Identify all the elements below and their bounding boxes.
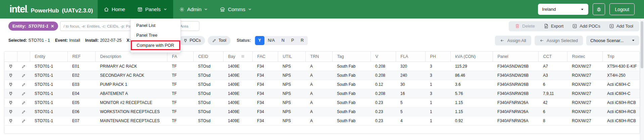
pocs-button[interactable]: POCs [179, 36, 205, 45]
comms-icon [220, 7, 225, 12]
col-header-entity[interactable]: Entity [30, 51, 67, 62]
cell-tag: South Fab [332, 107, 370, 116]
status-option-n[interactable]: N [278, 36, 288, 45]
add-tool-button[interactable]: Add Tool [605, 24, 638, 29]
table-row[interactable]: STO701-1E04ABATEMENT ATFSTOsd1409EF34NPS… [4, 89, 640, 98]
row-poc-action[interactable] [4, 71, 17, 80]
cell-ph: 3 [425, 89, 450, 98]
cell-kva: 0.92 [450, 116, 493, 125]
col-header-icon[interactable] [4, 51, 17, 62]
status-option-p[interactable]: P [288, 36, 297, 45]
row-edit-action[interactable] [17, 98, 30, 107]
bug-report-button[interactable] [593, 3, 605, 15]
cell-kva: 1.15 [450, 98, 493, 107]
table-row[interactable]: STO701-1E02SECONDARY AC RACKTFSTOsd1409E… [4, 71, 640, 80]
entity-filter-chip[interactable]: Entity: STO701-1 ✕ [8, 22, 58, 31]
col-header-util[interactable]: UTIL [278, 51, 305, 62]
tool-button[interactable]: Tool [208, 36, 231, 45]
row-poc-action[interactable] [4, 80, 17, 89]
row-edit-action[interactable] [17, 89, 30, 98]
cell-panel: F340AFNRW26A [493, 107, 538, 116]
cell-fa: TF [167, 116, 193, 125]
col-header-kva-con-[interactable]: kVA (CON) [450, 51, 493, 62]
row-edit-action[interactable] [17, 62, 30, 71]
col-header-ph[interactable]: PH [425, 51, 450, 62]
col-header-trip[interactable]: Trip [602, 51, 640, 62]
assign-all-button[interactable]: Assign All [495, 36, 531, 45]
col-header-roxtec[interactable]: Roxtec [567, 51, 602, 62]
field-label: Event: [55, 38, 68, 43]
close-icon[interactable]: ✕ [51, 24, 54, 29]
region-select-value: Ireland [542, 7, 556, 12]
col-header-tag[interactable]: Tag [332, 51, 370, 62]
col-header-icon[interactable] [17, 51, 30, 62]
col-header-description[interactable]: Description [95, 51, 167, 62]
table-row[interactable]: STO701-1E03PUMP RACK 1TFSTOsd1409EF34NPS… [4, 80, 640, 89]
cell-trip: Acti iC60H-RCB [602, 116, 640, 125]
col-header-cct[interactable]: CCT [538, 51, 567, 62]
export-button[interactable]: Export [539, 24, 568, 29]
grid-action-toolbar: Delete Export Add POCs Add Tool [509, 21, 639, 31]
nav-item-home[interactable]: Home [98, 0, 131, 19]
cell-ref: E06 [67, 107, 95, 116]
cell-description: ABATEMENT A [95, 89, 167, 98]
col-header-fac[interactable]: FAC [252, 51, 278, 62]
cell-trn: A [305, 89, 332, 98]
status-option-r[interactable]: R [297, 36, 307, 45]
pencil-icon [21, 64, 26, 69]
menu-item-compare-with-por[interactable]: Compare with POR [131, 40, 180, 50]
col-header-ref[interactable]: REF [67, 51, 95, 62]
home-icon [104, 7, 109, 12]
cell-util: NPS [278, 98, 305, 107]
menu-item-panel-list[interactable]: Panel List [131, 21, 181, 30]
app-version: (UATv2.3.0) [62, 7, 93, 14]
pencil-icon [21, 101, 26, 105]
row-poc-action[interactable] [4, 62, 17, 71]
plug-icon [8, 73, 13, 78]
region-select[interactable]: Ireland [538, 4, 588, 15]
cell-fa: TF [167, 107, 193, 116]
table-row[interactable]: STO701-1E06WORKSTATION RECEPTACLESTFSTOs… [4, 107, 640, 116]
assign-selected-button[interactable]: Assign Selected [535, 36, 583, 45]
status-option-y[interactable]: Y [255, 36, 264, 45]
nav-item-panels[interactable]: Panels [131, 0, 173, 19]
status-option-n-a[interactable]: N/A [264, 36, 278, 45]
add-pocs-button[interactable]: Add POCs [568, 24, 604, 29]
row-poc-action[interactable] [4, 107, 17, 116]
cell-description: PRIMARY AC RACK [95, 62, 167, 71]
cell-bay: 1409E [223, 89, 252, 98]
cell-ref: E07 [67, 116, 95, 125]
nav-item-comms[interactable]: Comms [214, 0, 258, 19]
scenario-select[interactable]: Choose Scenar... [586, 36, 639, 45]
cell-kva: 115.29 [450, 62, 493, 71]
col-header-bay[interactable]: Bay [223, 51, 252, 62]
col-header-trn[interactable]: TRN [305, 51, 332, 62]
logout-button[interactable]: Logout [609, 3, 635, 15]
row-edit-action[interactable] [17, 71, 30, 80]
cell-trn: A [305, 116, 332, 125]
row-edit-action[interactable] [17, 80, 30, 89]
cell-tag: South Fab [332, 98, 370, 107]
col-header-panel[interactable]: Panel [493, 51, 538, 62]
scrollbar-thumb[interactable] [641, 21, 643, 68]
col-header-fla[interactable]: FLA [396, 51, 425, 62]
cell-cct: 7,9,11 [538, 89, 567, 98]
table-row[interactable]: STO701-1E07MAINTENANCE RECEPTACLESTFSTOs… [4, 116, 640, 125]
chip-label: Entity: [12, 24, 26, 29]
delete-button[interactable]: Delete [510, 24, 539, 29]
row-edit-action[interactable] [17, 107, 30, 116]
nav-item-admin[interactable]: Admin [173, 0, 214, 19]
cell-tag: South Fab [332, 116, 370, 125]
row-edit-action[interactable] [17, 116, 30, 125]
table-row[interactable]: STO701-1E05MONITOR #2 RECEPTACLETFSTOsd1… [4, 98, 640, 107]
col-header-fa[interactable]: FA [167, 51, 193, 62]
table-row[interactable]: STO701-1E01PRIMARY AC RACKTFSTOsd1409EF3… [4, 62, 640, 71]
col-header-v[interactable]: V [370, 51, 396, 62]
row-poc-action[interactable] [4, 98, 17, 107]
row-poc-action[interactable] [4, 89, 17, 98]
col-header-ceid[interactable]: CEID [193, 51, 223, 62]
cell-panel: F340ASNRW26B [493, 89, 538, 98]
row-poc-action[interactable] [4, 116, 17, 125]
cell-util: NPS [278, 89, 305, 98]
menu-item-panel-tree[interactable]: Panel Tree [131, 30, 181, 40]
